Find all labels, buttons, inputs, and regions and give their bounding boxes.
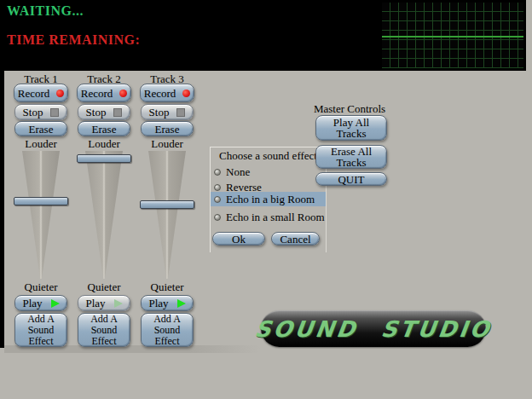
stop-label: Stop <box>23 107 43 118</box>
volume-handle[interactable] <box>14 197 68 205</box>
stop-button[interactable]: Stop <box>14 104 67 120</box>
erase-button[interactable]: Erase <box>78 121 130 136</box>
stop-label: Stop <box>149 107 170 118</box>
left-edge-strip <box>0 71 4 348</box>
radio-icon[interactable] <box>214 169 221 176</box>
logo-text: SOUND STUDIO <box>253 316 493 342</box>
stop-button[interactable]: Stop <box>141 104 194 120</box>
track-column-2: Track 2 Record Stop Erase Louder Quieter… <box>77 72 131 347</box>
stop-square-icon <box>176 108 185 117</box>
volume-slider-track[interactable] <box>148 151 186 279</box>
play-triangle-icon <box>51 299 60 308</box>
erase-label: Erase <box>29 124 54 135</box>
play-label: Play <box>148 298 168 309</box>
record-button[interactable]: Record <box>140 84 194 102</box>
record-dot-icon <box>56 90 64 97</box>
volume-handle[interactable] <box>77 154 131 163</box>
quieter-label: Quieter <box>77 280 131 294</box>
effect-option-echo-big-room[interactable]: Echo in a big Room <box>211 192 326 206</box>
sound-studio-logo: SOUND STUDIO <box>261 310 486 347</box>
option-label: Echo in a big Room <box>226 193 315 206</box>
ok-button[interactable]: Ok <box>212 232 265 246</box>
record-label: Record <box>18 88 50 99</box>
quieter-label: Quieter <box>14 280 68 294</box>
volume-slider-track[interactable] <box>22 151 60 279</box>
option-label: Echo in a small Room <box>226 211 325 224</box>
cancel-button[interactable]: Cancel <box>271 232 320 246</box>
radio-icon[interactable] <box>214 184 221 191</box>
stop-label: Stop <box>86 107 107 118</box>
erase-button[interactable]: Erase <box>14 121 67 136</box>
oscilloscope-trace <box>382 36 523 38</box>
louder-label: Louder <box>140 137 194 151</box>
louder-label: Louder <box>14 137 68 151</box>
erase-label: Erase <box>155 124 180 135</box>
play-button[interactable]: Play <box>141 295 194 311</box>
play-all-tracks-button[interactable]: Play All Tracks <box>315 115 387 141</box>
play-button[interactable]: Play <box>78 295 130 311</box>
record-label: Record <box>144 88 176 99</box>
stop-square-icon <box>50 108 59 117</box>
play-label: Play <box>85 298 105 309</box>
record-button[interactable]: Record <box>14 84 68 102</box>
add-sound-effect-button[interactable]: Add A Sound Effect <box>14 313 67 347</box>
option-label: None <box>226 165 250 179</box>
add-sound-effect-button[interactable]: Add A Sound Effect <box>78 313 130 347</box>
record-dot-icon <box>182 90 190 97</box>
radio-icon[interactable] <box>214 214 221 221</box>
master-controls-title: Master Controls <box>307 102 392 116</box>
quit-button[interactable]: QUIT <box>315 172 387 186</box>
volume-slider-track[interactable] <box>85 151 123 279</box>
quieter-label: Quieter <box>140 280 194 294</box>
record-button[interactable]: Record <box>77 84 131 102</box>
track-column-3: Track 3 Record Stop Erase Louder Quieter… <box>140 72 194 347</box>
track-column-1: Track 1 Record Stop Erase Louder Quieter… <box>14 72 68 347</box>
dialog-title: Choose a sound effect <box>211 149 326 163</box>
oscilloscope-display <box>382 3 523 68</box>
erase-button[interactable]: Erase <box>141 121 194 136</box>
status-time-remaining-text: TIME REMAINING: <box>7 32 140 48</box>
volume-handle[interactable] <box>140 200 194 209</box>
play-button[interactable]: Play <box>14 295 67 311</box>
stop-square-icon <box>113 108 122 117</box>
erase-all-tracks-button[interactable]: Erase All Tracks <box>315 145 387 169</box>
effect-option-none[interactable]: None <box>211 165 326 179</box>
play-triangle-icon <box>177 299 186 308</box>
record-dot-icon <box>119 90 127 97</box>
erase-label: Erase <box>92 124 117 135</box>
radio-icon[interactable] <box>214 196 221 203</box>
effect-option-echo-small-room[interactable]: Echo in a small Room <box>211 210 326 224</box>
play-label: Play <box>22 298 42 309</box>
louder-label: Louder <box>77 137 131 151</box>
status-waiting-text: WAITING... <box>7 3 84 19</box>
play-triangle-icon <box>114 299 123 308</box>
stop-button[interactable]: Stop <box>78 104 130 120</box>
record-label: Record <box>81 88 113 99</box>
add-sound-effect-button[interactable]: Add A Sound Effect <box>141 313 194 347</box>
